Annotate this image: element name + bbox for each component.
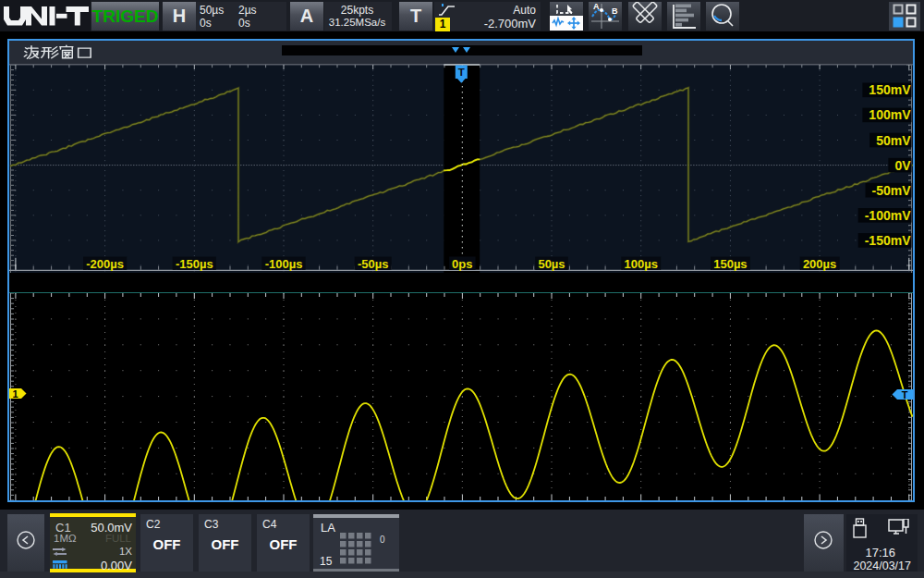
svg-text:A: A	[593, 2, 600, 11]
svg-text:50µs: 50µs	[538, 257, 565, 271]
svg-text:-200µs: -200µs	[86, 257, 124, 271]
svg-text:-100µs: -100µs	[265, 257, 303, 271]
svg-text:-50mV: -50mV	[871, 183, 911, 198]
svg-text:T: T	[902, 389, 908, 400]
svg-text:1: 1	[12, 388, 18, 400]
svg-text:0V: 0V	[894, 158, 911, 173]
svg-text:100mV: 100mV	[869, 107, 911, 122]
svg-text:-150µs: -150µs	[176, 257, 213, 271]
svg-text:B: B	[612, 6, 618, 16]
svg-text:-100mV: -100mV	[865, 208, 911, 223]
svg-text:150µs: 150µs	[713, 257, 747, 271]
svg-text:T: T	[458, 67, 465, 78]
svg-text:50mV: 50mV	[876, 133, 911, 148]
svg-text:200µs: 200µs	[803, 257, 836, 271]
svg-text:150mV: 150mV	[869, 82, 911, 97]
svg-text:-150mV: -150mV	[865, 233, 911, 248]
svg-text:100µs: 100µs	[624, 257, 657, 271]
svg-text:-50µs: -50µs	[358, 257, 389, 271]
svg-text:0ps: 0ps	[452, 257, 472, 271]
